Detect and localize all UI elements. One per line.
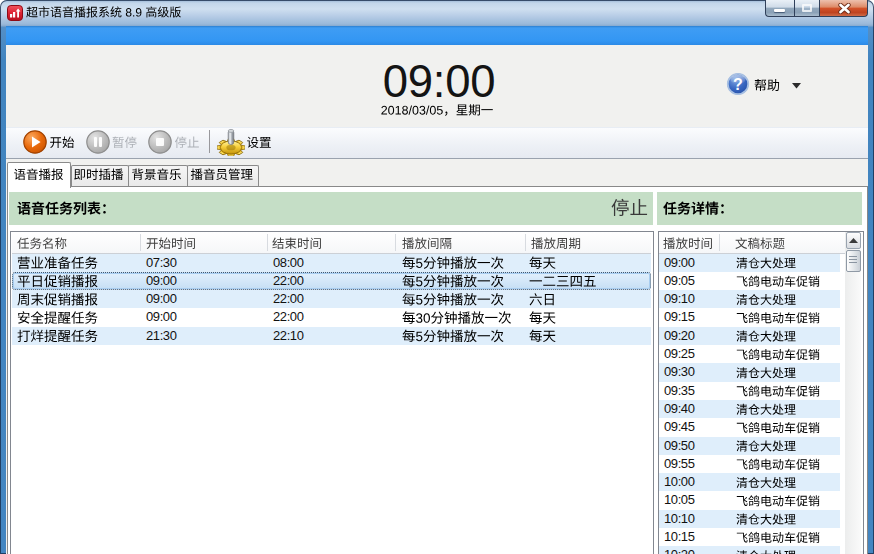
svg-text:?: ?	[733, 76, 743, 93]
